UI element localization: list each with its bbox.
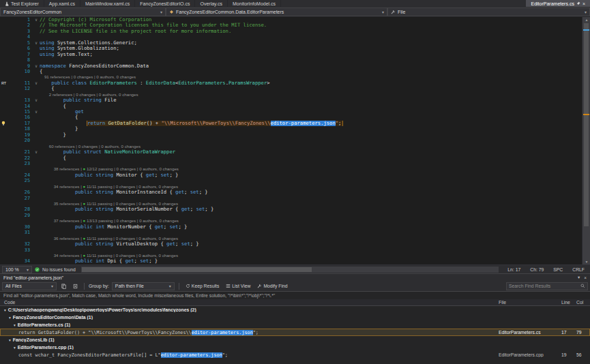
code-line[interactable]: 24 public string Monitor { get; set; } xyxy=(0,172,582,178)
codelens-row[interactable]: 38 references | ● 12/12 passing | 0 chan… xyxy=(0,166,582,172)
codelens-row[interactable]: 34 references | ● 11/11 passing | 0 chan… xyxy=(0,184,582,189)
list-view-button[interactable]: List View xyxy=(224,282,252,290)
document-tab[interactable]: MainWindow.xaml.cs xyxy=(80,0,135,7)
code-line[interactable]: 19 } xyxy=(0,132,582,138)
codelens-row[interactable]: 2 references | 0 changes | 0 authors, 0 … xyxy=(0,92,582,97)
type-dropdown[interactable]: FancyZonesEditorCommon.Data.EditorParame… xyxy=(166,7,387,16)
column-line[interactable]: Line xyxy=(561,300,576,305)
code-line[interactable]: 33 xyxy=(0,247,582,253)
code-line[interactable]: 1∨// Copyright (c) Microsoft Corporation xyxy=(0,17,582,22)
code-line[interactable]: 14 { xyxy=(0,104,582,109)
close-panel-icon[interactable]: × xyxy=(584,275,587,280)
code-line[interactable]: 8 xyxy=(0,57,582,63)
find-match-row[interactable]: return GetDataFolder() + "\\Microsoft\\P… xyxy=(0,329,590,336)
code-line[interactable]: 27 xyxy=(0,196,582,201)
column-col[interactable]: Col xyxy=(576,300,590,305)
health-check-icon[interactable] xyxy=(35,267,40,272)
code-editor[interactable]: 1∨// Copyright (c) Microsoft Corporation… xyxy=(0,17,590,264)
code-line[interactable]: 31 xyxy=(0,230,582,235)
codelens-row[interactable]: 60 references | 0 changes | 0 authors, 0… xyxy=(0,144,582,149)
search-input[interactable] xyxy=(509,284,579,288)
find-results-search[interactable] xyxy=(506,282,588,290)
status-line-ending[interactable]: CRLF xyxy=(569,267,588,272)
scroll-up-arrow-icon[interactable]: ▲ xyxy=(582,18,590,22)
tab-editorparameters[interactable]: EditorParameters.cs × xyxy=(526,0,590,7)
scrollbar-thumb[interactable] xyxy=(82,267,312,272)
codelens-row[interactable]: 36 references | ● 11/11 passing | 0 chan… xyxy=(0,236,582,241)
code-line[interactable]: 5∨using System.Collections.Generic; xyxy=(0,40,582,46)
code-line[interactable]: 9∨namespace FancyZonesEditorCommon.Data xyxy=(0,63,582,69)
codelens-row[interactable]: 35 references | ● 11/11 passing | 0 chan… xyxy=(0,201,582,207)
fold-chevron-icon[interactable]: ∨ xyxy=(33,17,40,22)
code-line[interactable]: 20 xyxy=(0,138,582,143)
code-line[interactable]: 25 xyxy=(0,178,582,183)
fold-chevron-icon[interactable]: ∨ xyxy=(33,109,40,115)
pin-icon[interactable] xyxy=(576,1,580,5)
scope-dropdown[interactable]: All Files ▾ xyxy=(2,282,57,290)
code-line[interactable]: 30 public int MonitorNumber { get; set; … xyxy=(0,224,582,230)
code-line[interactable]: 32 public string VirtualDesktop { get; s… xyxy=(0,241,582,247)
document-tab[interactable]: FancyZonesEditorIO.cs xyxy=(135,0,195,7)
code-line[interactable]: 18 } xyxy=(0,126,582,132)
find-match-row[interactable]: const wchar_t FancyZonesEditorParameters… xyxy=(0,351,590,359)
find-group-row[interactable]: ▾FancyZonesEditorCommon\Data (1) xyxy=(0,314,590,321)
find-group-row[interactable]: ▾EditorParameters.cs (1) xyxy=(0,321,590,329)
document-tab[interactable]: Test Explorer xyxy=(0,0,44,7)
code-line[interactable]: 34 public int Dpi { get; set; } xyxy=(0,258,582,264)
scroll-down-arrow-icon[interactable]: ▼ xyxy=(582,260,590,264)
column-code[interactable]: Code xyxy=(0,300,499,305)
window-position-icon[interactable]: ▾ xyxy=(578,275,580,280)
column-file[interactable]: File xyxy=(499,300,561,305)
code-line[interactable]: 12 { xyxy=(0,86,582,91)
close-icon[interactable]: × xyxy=(582,1,585,6)
code-line[interactable]: 6using System.Globalization; xyxy=(0,46,582,51)
code-line[interactable]: 21∨ public struct NativeMonitorDataWrapp… xyxy=(0,149,582,155)
issues-status[interactable]: No issues found xyxy=(42,267,76,272)
code-line[interactable]: 17 return GetDataFolder() + "\\Microsoft… xyxy=(0,121,582,126)
document-tab[interactable]: App.xaml.cs xyxy=(44,0,80,7)
expander-icon[interactable]: ▾ xyxy=(9,338,11,342)
collapse-all-icon[interactable] xyxy=(59,282,68,290)
fold-chevron-icon[interactable]: ∨ xyxy=(33,97,40,103)
codelens-row[interactable]: 91 references | 0 changes | 0 authors, 0… xyxy=(0,74,582,80)
project-dropdown[interactable]: FancyZonesEditorCommon ▾ xyxy=(0,7,166,16)
keep-results-button[interactable]: Keep Results xyxy=(183,282,221,290)
code-line[interactable]: 15∨ get xyxy=(0,109,582,115)
code-line[interactable]: 10{ xyxy=(0,69,582,74)
code-line[interactable]: 22 { xyxy=(0,155,582,161)
code-line[interactable]: RT11∨ public class EditorParameters : Ed… xyxy=(0,80,582,86)
codelens-row[interactable]: 34 references | ● 11/11 passing | 0 chan… xyxy=(0,253,582,258)
expand-all-icon[interactable] xyxy=(71,282,80,290)
code-line[interactable]: 16 { xyxy=(0,115,582,120)
fold-chevron-icon[interactable]: ∨ xyxy=(33,149,40,155)
document-tab[interactable]: Overlay.cs xyxy=(195,0,228,7)
search-icon[interactable] xyxy=(580,284,585,288)
fold-chevron-icon[interactable]: ∨ xyxy=(33,63,40,69)
expander-icon[interactable]: ▾ xyxy=(9,316,11,320)
member-dropdown[interactable]: File ▾ xyxy=(387,7,590,16)
editor-horizontal-scrollbar[interactable] xyxy=(81,267,499,273)
code-line[interactable]: 7using System.Text; xyxy=(0,52,582,57)
expander-icon[interactable]: ▾ xyxy=(14,323,16,327)
code-line[interactable]: 3// See the LICENSE file in the project … xyxy=(0,29,582,34)
codelens-row[interactable]: 37 references | ● 13/13 passing | 0 chan… xyxy=(0,218,582,224)
code-line[interactable]: 2// The Microsoft Corporation licenses t… xyxy=(0,22,582,28)
expander-icon[interactable]: ▾ xyxy=(14,346,16,350)
status-spaces[interactable]: SPC xyxy=(550,267,566,272)
code-line[interactable]: 28 public string MonitorSerialNumber { g… xyxy=(0,207,582,212)
zoom-dropdown[interactable]: 100 % ▾ xyxy=(2,266,32,273)
code-line[interactable]: 26 public string MonitorInstanceId { get… xyxy=(0,189,582,195)
code-line[interactable]: 23 xyxy=(0,161,582,166)
fold-chevron-icon[interactable]: ∨ xyxy=(33,40,40,46)
code-line[interactable]: 29 xyxy=(0,213,582,218)
expander-icon[interactable]: ▾ xyxy=(4,308,6,312)
scrollbar-thumb[interactable] xyxy=(584,23,589,226)
code-line[interactable]: 13∨ public string File xyxy=(0,97,582,103)
code-line[interactable]: 4 xyxy=(0,34,582,40)
find-group-row[interactable]: ▾C:\Users\zhaopengwang\Desktop\powertoys… xyxy=(0,306,590,314)
editor-vertical-scrollbar[interactable]: ▲ ▼ xyxy=(582,17,590,264)
modify-find-button[interactable]: Modify Find xyxy=(255,282,289,290)
document-tab[interactable]: MonitorInfoModel.cs xyxy=(228,0,281,7)
fold-chevron-icon[interactable]: ∨ xyxy=(33,80,40,86)
find-group-row[interactable]: ▾EditorParameters.cpp (1) xyxy=(0,344,590,351)
